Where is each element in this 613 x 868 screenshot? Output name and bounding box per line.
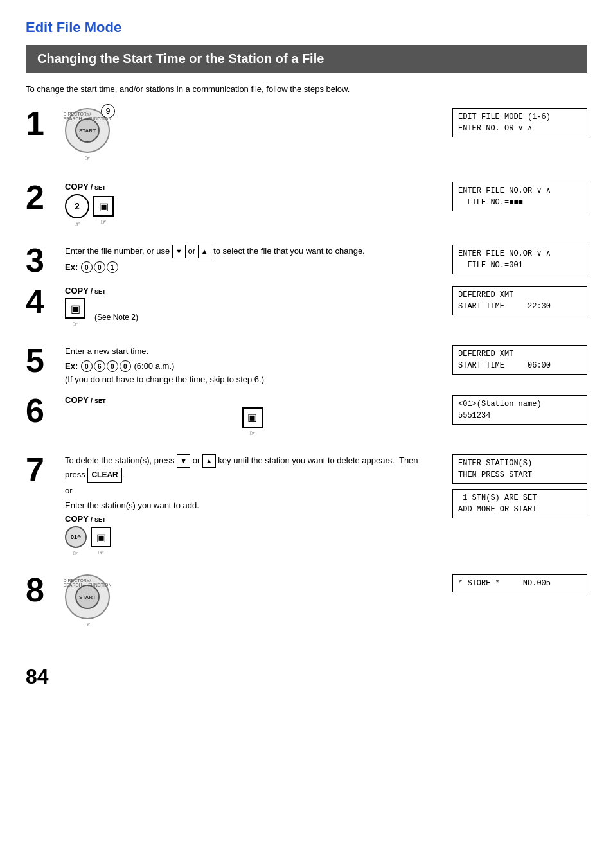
step-8: 8 DIRECTORY/SEARCH FUNCTION START ☞ * ST… — [26, 572, 587, 639]
circle-5-6: 6 — [94, 360, 105, 372]
step-7-content: To delete the station(s), press ▼ or ▲ k… — [61, 452, 440, 566]
step-6: 6 COPY / SET ▣ ☞ <01>(Station name) 5551… — [26, 393, 587, 445]
lcd-3: ENTER FILE NO.OR ∨ ∧ FILE NO.=001 — [452, 245, 587, 274]
start-inner-label-8: START — [75, 585, 100, 609]
section-header: Changing the Start Time or the Station o… — [26, 45, 587, 73]
copy-set-label-6: COPY / SET — [65, 395, 440, 405]
start-button-1[interactable]: DIRECTORY/SEARCH FUNCTION START 9 — [65, 108, 110, 153]
circle-5-0: 0 — [81, 360, 93, 372]
step-5: 5 Enter a new start time. Ex: 0600 (6:00… — [26, 342, 587, 386]
step-7-text2: Enter the station(s) you want to add. — [65, 499, 440, 512]
finger-icon-2a: ☞ — [74, 220, 80, 228]
square-btn-4[interactable]: ▣ — [65, 298, 85, 319]
step-4-number: 4 — [26, 283, 61, 318]
up-arrow-3: ▲ — [198, 245, 211, 258]
step-8-display: * STORE * NO.005 — [452, 574, 587, 592]
step-1-number: 1 — [26, 105, 61, 140]
see-note-4: (See Note 2) — [94, 313, 138, 322]
lcd-1: EDIT FILE MODE (1-6) ENTER NO. OR ∨ ∧ — [452, 108, 587, 137]
step-4-display: DEFERRED XMT START TIME 22:30 — [452, 286, 587, 315]
lcd-2: ENTER FILE NO.OR ∨ ∧ FILE NO.=■■■ — [452, 182, 587, 211]
step-1-content: DIRECTORY/SEARCH FUNCTION START 9 ☞ — [61, 105, 440, 173]
step-7-number: 7 — [26, 452, 61, 486]
circle-btn-2[interactable]: 2 — [65, 194, 89, 218]
copy-set-label-2: COPY / SET — [65, 182, 440, 191]
finger-icon-7a: ☞ — [73, 549, 79, 558]
step-6-number: 6 — [26, 393, 61, 427]
clear-box-7: CLEAR — [87, 468, 121, 483]
lcd-8: * STORE * NO.005 — [452, 574, 587, 592]
lcd-7a: ENTER STATION(S) THEN PRESS START — [452, 454, 587, 484]
finger-icon-6: ☞ — [249, 429, 256, 438]
intro-text: To change the start time, and/or station… — [26, 84, 587, 94]
finger-icon-2b: ☞ — [100, 218, 107, 226]
step-2-number: 2 — [26, 179, 61, 214]
step-3-text: Enter the file number, or use ▼ or ▲ to … — [65, 245, 440, 258]
step-5-text: Enter a new start time. — [65, 345, 440, 358]
step-7-or: or — [65, 484, 440, 497]
finger-icon-8: ☞ — [84, 621, 91, 629]
start-button-8[interactable]: DIRECTORY/SEARCH FUNCTION START — [65, 574, 110, 619]
step-3-ex: Ex: 001 — [65, 261, 440, 274]
finger-icon-7b: ☞ — [98, 549, 104, 557]
step-5-ex: Ex: 0600 (6:00 a.m.) — [65, 360, 440, 373]
step-3: 3 Enter the file number, or use ▼ or ▲ t… — [26, 242, 587, 277]
down-arrow-3: ▼ — [172, 245, 186, 258]
circle-0b: 0 — [94, 261, 105, 273]
square-btn-7[interactable]: ▣ — [91, 527, 111, 547]
step-8-number: 8 — [26, 572, 61, 607]
finger-icon-1: ☞ — [84, 154, 91, 163]
page-title: Edit File Mode — [26, 19, 587, 36]
lcd-7b: 1 STN(S) ARE SET ADD MORE OR START — [452, 489, 587, 518]
step-5-number: 5 — [26, 342, 61, 377]
step-7-text1: To delete the station(s), press ▼ or ▲ k… — [65, 454, 440, 483]
step-5-display: DEFERRED XMT START TIME 06:00 — [452, 345, 587, 375]
circle-5-0c: 0 — [120, 360, 131, 372]
copy-set-label-7: COPY / SET — [65, 514, 440, 524]
step-6-display: <01>(Station name) 5551234 — [452, 395, 587, 425]
copy-set-label-4: COPY / SET — [65, 286, 440, 296]
square-btn-6[interactable]: ▣ — [242, 407, 263, 428]
step-5-content: Enter a new start time. Ex: 0600 (6:00 a… — [61, 342, 440, 386]
step-3-display: ENTER FILE NO.OR ∨ ∧ FILE NO.=001 — [452, 245, 587, 274]
circle-1: 1 — [107, 261, 118, 273]
circle-01-btn[interactable]: 01⊙ — [65, 526, 87, 548]
step-1: 1 DIRECTORY/SEARCH FUNCTION START 9 ☞ — [26, 105, 587, 173]
step-7: 7 To delete the station(s), press ▼ or ▲… — [26, 452, 587, 566]
lcd-5: DEFERRED XMT START TIME 06:00 — [452, 345, 587, 375]
step-4-content: COPY / SET ▣ ☞ (See Note 2) — [61, 283, 440, 336]
start-top-label-8: DIRECTORY/SEARCH FUNCTION — [63, 578, 111, 587]
step-7-display: ENTER STATION(S) THEN PRESS START 1 STN(… — [452, 454, 587, 518]
start-inner-label: START — [75, 118, 100, 143]
nine-circle: 9 — [101, 104, 115, 118]
down-arrow-7: ▼ — [177, 454, 190, 468]
step-4: 4 COPY / SET ▣ ☞ (See Note 2) DEFERRED X… — [26, 283, 587, 336]
page-number: 84 — [26, 665, 587, 689]
step-3-content: Enter the file number, or use ▼ or ▲ to … — [61, 242, 440, 273]
step-5-sub: (If you do not have to change the time, … — [65, 373, 440, 386]
up-arrow-7: ▲ — [202, 454, 216, 468]
lcd-4: DEFERRED XMT START TIME 22:30 — [452, 286, 587, 315]
step-2-content: COPY / SET 2 ☞ ▣ ☞ — [61, 179, 440, 236]
step-2-display: ENTER FILE NO.OR ∨ ∧ FILE NO.=■■■ — [452, 182, 587, 211]
step-1-display: EDIT FILE MODE (1-6) ENTER NO. OR ∨ ∧ — [452, 108, 587, 137]
circle-0a: 0 — [81, 261, 93, 273]
step-3-number: 3 — [26, 242, 61, 277]
lcd-6: <01>(Station name) 5551234 — [452, 395, 587, 425]
step-2: 2 COPY / SET 2 ☞ ▣ ☞ ENTER F — [26, 179, 587, 236]
step-6-content: COPY / SET ▣ ☞ — [61, 393, 440, 445]
steps-container: 1 DIRECTORY/SEARCH FUNCTION START 9 ☞ — [26, 105, 587, 646]
step-8-content: DIRECTORY/SEARCH FUNCTION START ☞ — [61, 572, 440, 639]
circle-5-0b: 0 — [107, 360, 118, 372]
finger-icon-4: ☞ — [72, 320, 78, 328]
square-btn-2[interactable]: ▣ — [93, 196, 114, 217]
